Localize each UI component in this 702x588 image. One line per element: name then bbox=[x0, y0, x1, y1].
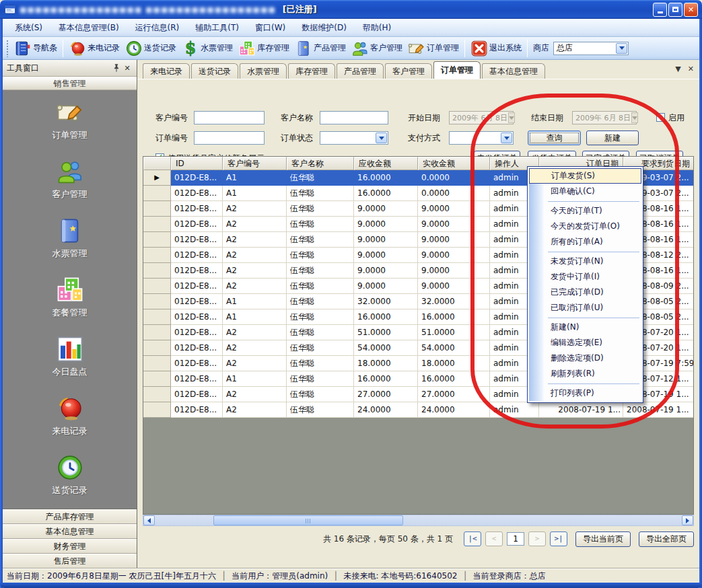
customer-no-input[interactable] bbox=[194, 111, 265, 124]
start-date-picker[interactable]: 2009年 6月 8日 bbox=[449, 111, 514, 124]
store-select[interactable]: 总店 bbox=[553, 42, 629, 55]
grid-icon bbox=[56, 276, 84, 304]
scrollbar-thumb[interactable] bbox=[213, 515, 403, 525]
query-button[interactable]: 查询 bbox=[528, 131, 581, 145]
sidebar-item-1[interactable]: 订单管理 bbox=[3, 98, 137, 141]
chevron-down-icon bbox=[508, 112, 515, 123]
row-indicator bbox=[143, 294, 171, 309]
context-menu-item-1[interactable]: 订单发货(S) bbox=[529, 168, 641, 184]
tab-7[interactable]: 订单管理 bbox=[433, 61, 481, 79]
cell-customer_name: 伍华聪 bbox=[287, 309, 354, 325]
sidebar-item-6[interactable]: 来电记录 bbox=[3, 394, 137, 437]
sidebar-group-sales[interactable]: 销售管理 bbox=[3, 77, 137, 90]
minimize-button[interactable] bbox=[653, 3, 667, 17]
context-menu-item-16[interactable]: 刷新列表(R) bbox=[529, 366, 641, 381]
column-header-1[interactable]: ID bbox=[171, 157, 223, 170]
tab-1[interactable]: 来电记录 bbox=[143, 63, 190, 79]
menu-item-3[interactable]: 运行信息(R) bbox=[127, 20, 188, 36]
context-menu-item-15[interactable]: 删除选定项(D) bbox=[529, 351, 641, 366]
context-menu-item-2[interactable]: 回单确认(C) bbox=[529, 184, 641, 199]
sidebar-group-button-3[interactable]: 财务管理 bbox=[3, 539, 137, 554]
scroll-right-icon[interactable] bbox=[682, 515, 693, 525]
context-menu-item-5[interactable]: 今天的发货订单(O) bbox=[529, 219, 641, 234]
context-menu-item-14[interactable]: 编辑选定项(E) bbox=[529, 335, 641, 351]
menu-item-5[interactable]: 窗口(W) bbox=[247, 20, 293, 36]
last-page-button[interactable]: >| bbox=[550, 531, 567, 546]
pin-icon[interactable] bbox=[111, 63, 122, 73]
tab-5[interactable]: 产品管理 bbox=[337, 63, 384, 79]
toolbar-button-scroll[interactable]: 订单管理 bbox=[405, 38, 462, 59]
menu-item-1[interactable]: 系统(S) bbox=[7, 20, 50, 36]
toolbar-button-bluebook[interactable]: 产品管理 bbox=[292, 38, 349, 59]
prev-page-button[interactable]: < bbox=[485, 531, 503, 546]
menu-item-4[interactable]: 辅助工具(T) bbox=[187, 20, 247, 36]
tab-8[interactable]: 基本信息管理 bbox=[482, 63, 545, 79]
menu-item-2[interactable]: 基本信息管理(B) bbox=[50, 20, 127, 36]
toolbar-button-clock[interactable]: 送货记录 bbox=[122, 38, 179, 59]
order-status-select[interactable] bbox=[320, 131, 388, 145]
cell-customer_no: A2 bbox=[223, 356, 287, 371]
column-header-3[interactable]: 客户名称 bbox=[287, 157, 354, 170]
sidebar-item-7[interactable]: 送货记录 bbox=[3, 453, 137, 497]
context-menu-item-8[interactable]: 未发货订单(N) bbox=[529, 254, 641, 269]
end-date-picker[interactable]: 2009年 6月 8日 bbox=[572, 111, 637, 124]
menu-item-6[interactable]: 数据维护(D) bbox=[293, 20, 355, 36]
exit-system-button[interactable]: 退出系统 bbox=[468, 38, 524, 59]
tab-6[interactable]: 客户管理 bbox=[385, 63, 432, 79]
sidebar-group-button-4[interactable]: 售后管理 bbox=[3, 554, 137, 568]
column-header-5[interactable]: 实收金额 bbox=[418, 157, 490, 170]
export-all-pages-button[interactable]: 导出全部页 bbox=[639, 531, 694, 547]
sidebar-item-3[interactable]: 水票管理 bbox=[3, 217, 137, 260]
context-menu-item-10[interactable]: 已完成订单(D) bbox=[529, 285, 641, 300]
context-menu-item-4[interactable]: 今天的订单(T) bbox=[529, 203, 641, 219]
order-no-input[interactable] bbox=[194, 131, 265, 145]
sidebar-group-button-2[interactable]: 基本信息管理 bbox=[3, 524, 137, 539]
export-current-page-button[interactable]: 导出当前页 bbox=[575, 531, 631, 547]
toolbar-button-grid[interactable]: 库存管理 bbox=[236, 38, 292, 59]
chevron-down-icon[interactable] bbox=[616, 43, 627, 54]
chevron-down-icon[interactable]: ▼ bbox=[675, 65, 680, 74]
toolbar-label: 产品管理 bbox=[314, 42, 346, 54]
sidebar-item-5[interactable]: 今日盘点 bbox=[3, 335, 137, 378]
payment-select[interactable] bbox=[449, 131, 514, 145]
next-page-button[interactable]: > bbox=[528, 531, 546, 546]
sidebar-item-2[interactable]: 客户管理 bbox=[3, 157, 137, 200]
toolbar-grip[interactable] bbox=[6, 40, 9, 57]
table-row[interactable]: 012D-E8...A2伍华聪24.000024.0000admin2008-0… bbox=[143, 402, 693, 418]
scroll-left-icon[interactable] bbox=[143, 515, 155, 525]
context-menu-item-18[interactable]: 打印列表(P) bbox=[529, 385, 641, 401]
new-button[interactable]: 新建 bbox=[586, 131, 639, 145]
customer-name-input[interactable] bbox=[320, 111, 388, 124]
menu-item-7[interactable]: 帮助(H) bbox=[355, 20, 399, 36]
context-menu-item-6[interactable]: 所有的订单(A) bbox=[529, 234, 641, 250]
horizontal-scrollbar[interactable] bbox=[143, 515, 694, 526]
context-menu-item-9[interactable]: 发货中订单(I) bbox=[529, 269, 641, 285]
sidebar-item-4[interactable]: 套餐管理 bbox=[3, 276, 137, 319]
first-page-button[interactable]: |< bbox=[464, 531, 481, 546]
context-menu-item-13[interactable]: 新建(N) bbox=[529, 320, 641, 335]
close-tab-icon[interactable]: ✕ bbox=[688, 65, 694, 74]
enable-checkbox[interactable] bbox=[656, 113, 665, 122]
exit-system-label: 退出系统 bbox=[489, 42, 522, 54]
close-icon[interactable]: ✕ bbox=[122, 63, 133, 73]
toolbar-button-dollar[interactable]: 水票管理 bbox=[179, 38, 236, 59]
maximize-button[interactable] bbox=[668, 3, 682, 17]
column-header-4[interactable]: 应收金额 bbox=[354, 157, 418, 170]
context-menu-item-11[interactable]: 已取消订单(U) bbox=[529, 300, 641, 316]
end-date-value: 2009年 6月 8日 bbox=[573, 113, 631, 123]
tab-4[interactable]: 库存管理 bbox=[288, 63, 335, 79]
toolbar-button-people[interactable]: 客户管理 bbox=[349, 38, 405, 59]
cell-customer_name: 伍华聪 bbox=[287, 387, 354, 402]
tab-3[interactable]: 水票管理 bbox=[240, 63, 287, 79]
toolbar-button-navbar[interactable]: 导航条 bbox=[11, 38, 60, 59]
close-button[interactable]: ✕ bbox=[684, 3, 698, 17]
cell-id: 012D-E8... bbox=[171, 186, 223, 201]
row-indicator bbox=[143, 263, 171, 279]
toolbar-label: 导航条 bbox=[33, 42, 57, 54]
toolbar-button-bell[interactable]: 来电记录 bbox=[66, 38, 122, 59]
sidebar-group-button-1[interactable]: 产品库存管理 bbox=[3, 509, 137, 524]
tab-2[interactable]: 送货记录 bbox=[191, 63, 238, 79]
column-header-2[interactable]: 客户编号 bbox=[223, 157, 287, 170]
cell-receivable: 32.0000 bbox=[354, 294, 418, 309]
page-number-input[interactable] bbox=[507, 532, 524, 546]
